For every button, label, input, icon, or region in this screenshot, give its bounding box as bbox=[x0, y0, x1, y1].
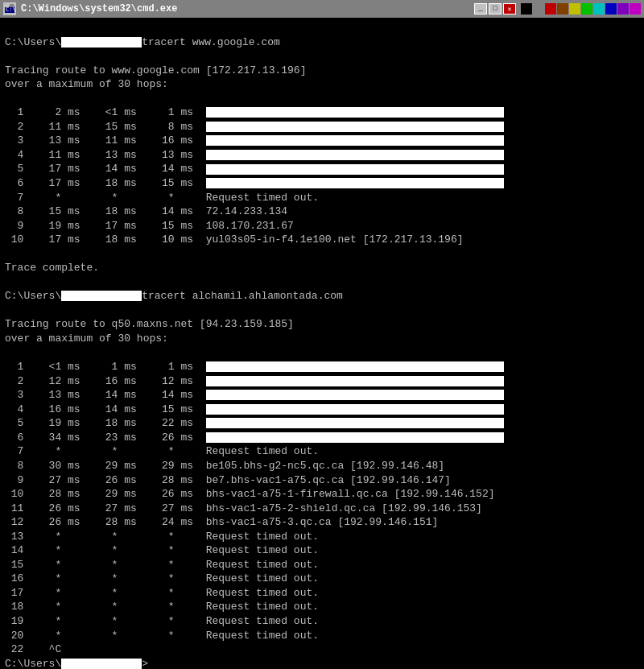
hop-2-13: 13 * * * Request timed out. bbox=[5, 531, 319, 543]
hop-2-1: 1 <1 ms 1 ms 1 ms bbox=[5, 361, 504, 373]
hop-1-10: 10 17 ms 18 ms 10 ms yul03s05-in-f4.1e10… bbox=[5, 233, 464, 246]
redacted-user-2 bbox=[61, 291, 142, 301]
maximize-button[interactable]: □ bbox=[489, 3, 502, 14]
hop-2-2: 2 12 ms 16 ms 12 ms bbox=[5, 375, 504, 387]
prompt-line-2: C:\Users\ tracert alchamil.ahlamontada.c… bbox=[5, 290, 343, 302]
redacted-user-3 bbox=[61, 659, 142, 669]
title-bar-title: C:\Windows\system32\cmd.exe bbox=[21, 3, 469, 14]
tracing-line-1: Tracing route to www.google.com [172.217… bbox=[5, 64, 306, 76]
close-button[interactable]: ✕ bbox=[503, 3, 516, 14]
hop-2-4: 4 16 ms 14 ms 15 ms bbox=[5, 403, 504, 415]
prompt-line-1: C:\Users\ tracert www.google.com bbox=[5, 36, 280, 48]
hop-1-7: 7 * * * Request timed out. bbox=[5, 192, 319, 204]
svg-text:C:\: C:\ bbox=[6, 6, 15, 13]
hop-2-10: 10 28 ms 29 ms 26 ms bhs-vac1-a75-1-fire… bbox=[5, 488, 495, 500]
hop-2-3: 3 13 ms 14 ms 14 ms bbox=[5, 389, 504, 401]
hop-2-22: 22 ^C bbox=[5, 643, 61, 655]
hop-1-5: 5 17 ms 14 ms 14 ms bbox=[5, 163, 504, 175]
minimize-button[interactable]: _ bbox=[474, 3, 487, 14]
hop-1-8: 8 15 ms 18 ms 14 ms 72.14.233.134 bbox=[5, 205, 287, 217]
hop-1-4: 4 11 ms 13 ms 13 ms bbox=[5, 149, 504, 161]
over-line-2: over a maximum of 30 hops: bbox=[5, 332, 168, 345]
title-bar-buttons[interactable]: _ □ ✕ bbox=[474, 3, 641, 14]
hop-2-14: 14 * * * Request timed out. bbox=[5, 544, 319, 556]
hop-2-12: 12 26 ms 28 ms 24 ms bhs-vac1-a75-3.qc.c… bbox=[5, 516, 438, 528]
title-bar: C:\ C:\Windows\system32\cmd.exe _ □ ✕ bbox=[0, 0, 644, 18]
hop-2-8: 8 30 ms 29 ms 29 ms be105.bhs-g2-nc5.qc.… bbox=[5, 460, 444, 472]
hop-1-3: 3 13 ms 11 ms 16 ms bbox=[5, 134, 504, 147]
hop-2-16: 16 * * * Request timed out. bbox=[5, 572, 319, 584]
hop-2-9: 9 27 ms 26 ms 28 ms be7.bhs-vac1-a75.qc.… bbox=[5, 474, 451, 486]
prompt-line-3: C:\Users\ > bbox=[5, 658, 148, 669]
tracing-line-2: Tracing route to q50.maxns.net [94.23.15… bbox=[5, 318, 294, 330]
hop-2-5: 5 19 ms 18 ms 22 ms bbox=[5, 417, 504, 429]
hop-2-19: 19 * * * Request timed out. bbox=[5, 615, 319, 627]
over-line-1: over a maximum of 30 hops: bbox=[5, 78, 168, 90]
terminal-output: C:\Users\ tracert www.google.com Tracing… bbox=[0, 18, 644, 669]
hop-2-17: 17 * * * Request timed out. bbox=[5, 587, 319, 599]
trace-complete: Trace complete. bbox=[5, 262, 99, 274]
hop-1-2: 2 11 ms 15 ms 8 ms bbox=[5, 121, 504, 133]
redacted-user-1 bbox=[61, 37, 142, 47]
hop-2-11: 11 26 ms 27 ms 27 ms bhs-vac1-a75-2-shie… bbox=[5, 502, 482, 514]
hop-1-6: 6 17 ms 18 ms 15 ms bbox=[5, 177, 504, 189]
hop-2-7: 7 * * * Request timed out. bbox=[5, 445, 319, 457]
hop-1-1: 1 2 ms <1 ms 1 ms bbox=[5, 106, 504, 118]
hop-2-15: 15 * * * Request timed out. bbox=[5, 559, 319, 571]
hop-2-18: 18 * * * Request timed out. bbox=[5, 601, 319, 613]
hop-1-9: 9 19 ms 17 ms 15 ms 108.170.231.67 bbox=[5, 220, 294, 232]
hop-2-20: 20 * * * Request timed out. bbox=[5, 630, 319, 642]
hop-2-6: 6 34 ms 23 ms 26 ms bbox=[5, 432, 504, 444]
title-bar-icon: C:\ bbox=[3, 2, 16, 15]
